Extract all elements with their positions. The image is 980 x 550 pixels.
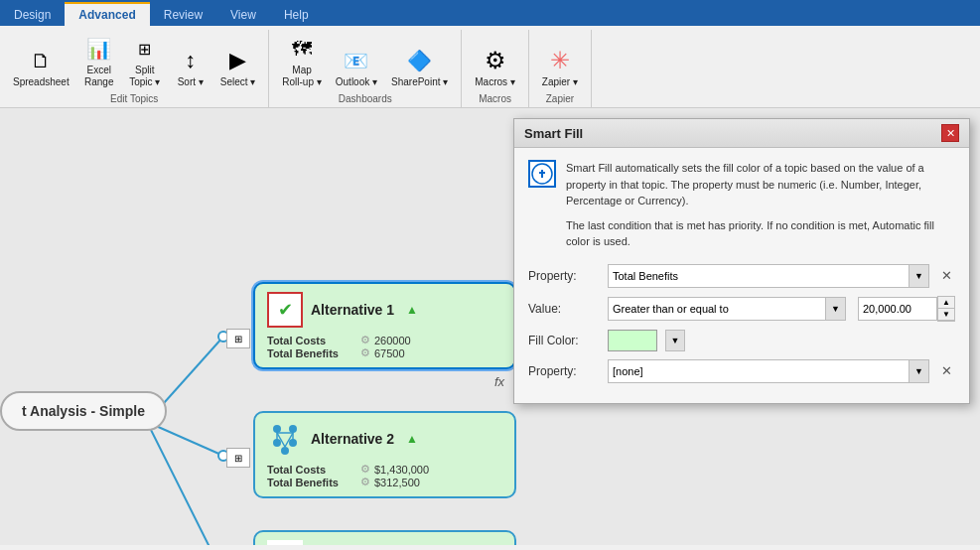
zapier-label: Zapier ▾: [542, 76, 578, 88]
edit-topics-group-label: Edit Topics: [8, 91, 260, 107]
fill-color-box[interactable]: [608, 330, 657, 351]
sort-button[interactable]: ↕ Sort ▾: [170, 42, 211, 91]
sharepoint-icon: 🔷: [404, 45, 436, 76]
value-label: Value:: [528, 302, 600, 316]
alt1-header: ✔ Alternative 1 ▲: [267, 292, 502, 328]
property1-label: Property:: [528, 269, 600, 283]
alt2-cost-label: Total Costs: [267, 464, 356, 476]
select-button[interactable]: ▶ Select ▾: [215, 42, 261, 91]
dialog-title-bar: Smart Fill ✕: [514, 119, 969, 148]
alt2-benefit-label: Total Benefits: [267, 477, 356, 488]
value-spinner-down[interactable]: ▼: [938, 309, 954, 321]
value-condition-select[interactable]: Greater than or equal to ▼: [608, 297, 846, 321]
svg-line-2: [147, 422, 223, 545]
svg-point-14: [281, 447, 289, 455]
form-row-value: Value: Greater than or equal to ▼ 20,000…: [528, 296, 955, 322]
ribbon-body: 🗋 Spreadsheet 📊 ExcelRange ⊞ SplitTopic …: [0, 26, 980, 108]
connector-table-2: ⊞: [226, 448, 250, 468]
sort-icon: ↕: [175, 45, 207, 76]
alt2-benefit-val: $312,500: [374, 477, 420, 488]
select-label: Select ▾: [220, 76, 256, 88]
property2-dropdown-arrow[interactable]: ▼: [909, 360, 928, 382]
sharepoint-label: SharePoint ▾: [391, 76, 448, 88]
split-topic-button[interactable]: ⊞ SplitTopic ▾: [124, 30, 166, 91]
property1-clear-button[interactable]: ✕: [937, 267, 955, 285]
tab-view[interactable]: View: [216, 2, 270, 26]
property1-select[interactable]: Total Benefits ▼: [608, 264, 929, 288]
macros-button[interactable]: ⚙ Macros ▾: [470, 42, 520, 91]
left-topic-node[interactable]: t Analysis - Simple: [0, 391, 167, 431]
macros-icon: ⚙: [480, 45, 511, 76]
form-row-property1: Property: Total Benefits ▼ ✕: [528, 264, 955, 288]
form-row-property2: Property: [none] ▼ ✕: [528, 359, 955, 383]
map-rollup-button[interactable]: 🗺 MapRoll-up ▾: [277, 30, 326, 91]
split-topic-label: SplitTopic ▾: [129, 65, 160, 88]
value-number-input[interactable]: 20,000.00: [858, 297, 937, 321]
fx-label: fx: [494, 374, 504, 389]
ribbon-group-dashboards: 🗺 MapRoll-up ▾ 📧 Outlook ▾ 🔷 SharePoint …: [269, 30, 462, 107]
canvas-area: 3 t Analysis - Simple ⊞ ⊞ ⊞ ✔ Alternativ…: [0, 108, 980, 545]
form-row-fillcolor: Fill Color: ▼: [528, 330, 955, 351]
excel-range-label: ExcelRange: [84, 65, 113, 88]
alt1-cost-val: 260000: [374, 335, 411, 346]
zapier-icon: ✳: [544, 45, 576, 76]
outlook-button[interactable]: 📧 Outlook ▾: [331, 42, 382, 91]
alt3-header: 💰 Alternative 3 ▲: [267, 540, 502, 545]
macros-group-label: Macros: [470, 91, 520, 107]
alt3-icon: 💰: [267, 540, 303, 545]
alt2-title: Alternative 2: [311, 431, 394, 447]
map-rollup-icon: 🗺: [286, 33, 318, 65]
alt2-cost-val: $1,430,000: [374, 464, 429, 476]
zapier-group-label: Zapier: [537, 91, 583, 107]
value-condition-dropdown-arrow[interactable]: ▼: [825, 298, 845, 320]
tab-review[interactable]: Review: [150, 2, 216, 26]
excel-range-button[interactable]: 📊 ExcelRange: [78, 30, 120, 91]
macros-label: Macros ▾: [475, 76, 515, 88]
property2-select[interactable]: [none] ▼: [608, 359, 929, 383]
alt1-cost-gear: ⚙: [360, 334, 370, 346]
dialog-info-text2: The last condition that is met has prior…: [566, 217, 955, 250]
split-topic-icon: ⊞: [129, 33, 161, 65]
alt3-node[interactable]: 💰 Alternative 3 ▲ Total Costs ⚙ $4,150,0…: [253, 530, 516, 545]
dialog-info-text: Smart Fill automatically sets the fill c…: [566, 160, 955, 250]
property2-clear-button[interactable]: ✕: [937, 362, 955, 380]
alt2-node[interactable]: Alternative 2 ▲ Total Costs ⚙ $1,430,000…: [253, 411, 516, 498]
fill-color-dropdown[interactable]: ▼: [665, 330, 685, 351]
alt1-icon: ✔: [267, 292, 303, 328]
alt2-header: Alternative 2 ▲: [267, 421, 502, 457]
spreadsheet-button[interactable]: 🗋 Spreadsheet: [8, 42, 74, 91]
value-spinners: ▲ ▼: [937, 296, 955, 322]
spreadsheet-label: Spreadsheet: [13, 76, 70, 88]
alt2-icon: [267, 421, 303, 457]
value-spinner-up[interactable]: ▲: [938, 297, 954, 309]
sort-label: Sort ▾: [178, 76, 204, 88]
alt1-prop-0: Total Costs ⚙ 260000: [267, 334, 502, 346]
map-rollup-label: MapRoll-up ▾: [282, 65, 321, 88]
alt1-node[interactable]: ✔ Alternative 1 ▲ Total Costs ⚙ 260000 T…: [253, 282, 516, 369]
alt2-arrow: ▲: [406, 432, 418, 446]
value-number-text: 20,000.00: [863, 303, 911, 315]
dialog-close-button[interactable]: ✕: [941, 124, 959, 142]
zapier-button[interactable]: ✳ Zapier ▾: [537, 42, 583, 91]
alt1-benefit-label: Total Benefits: [267, 347, 356, 359]
smart-fill-dialog: Smart Fill ✕ Smart Fill automatically se…: [513, 118, 970, 404]
alt1-prop-1: Total Benefits ⚙ 67500: [267, 346, 502, 359]
sharepoint-button[interactable]: 🔷 SharePoint ▾: [386, 42, 453, 91]
property1-dropdown-arrow[interactable]: ▼: [909, 265, 928, 287]
tab-advanced[interactable]: Advanced: [65, 2, 149, 26]
tab-design[interactable]: Design: [0, 2, 65, 26]
zapier-items: ✳ Zapier ▾: [537, 30, 583, 91]
spreadsheet-icon: 🗋: [25, 45, 57, 76]
property2-label: Property:: [528, 364, 600, 378]
macros-items: ⚙ Macros ▾: [470, 30, 520, 91]
tab-help[interactable]: Help: [270, 2, 323, 26]
value-condition-text: Greater than or equal to: [609, 303, 823, 315]
alt2-benefit-gear: ⚙: [360, 476, 370, 488]
connector-table-1: ⊞: [226, 329, 250, 348]
ribbon-group-macros: ⚙ Macros ▾ Macros: [462, 30, 529, 107]
edit-topics-items: 🗋 Spreadsheet 📊 ExcelRange ⊞ SplitTopic …: [8, 30, 260, 91]
value-number-wrapper: 20,000.00 ▲ ▼: [858, 296, 955, 322]
property2-value: [none]: [609, 365, 907, 377]
info-icon: [528, 160, 556, 188]
excel-range-icon: 📊: [83, 33, 115, 65]
